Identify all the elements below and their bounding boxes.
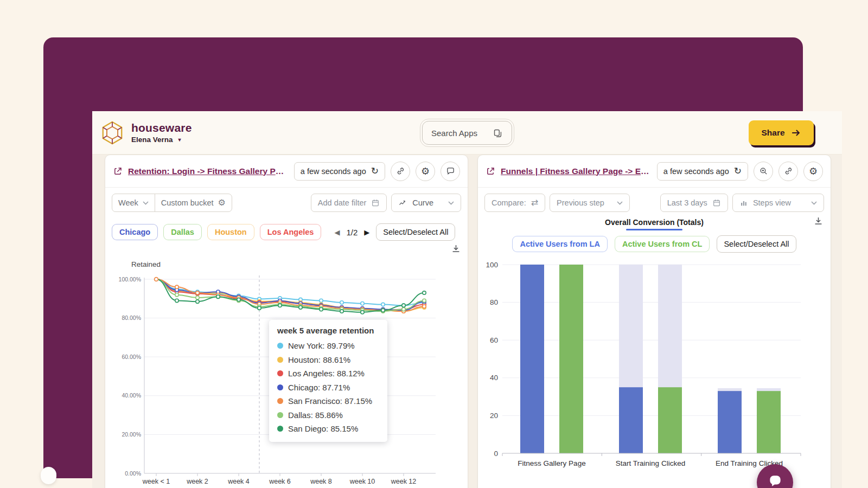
gear-icon: ⚙	[809, 166, 818, 176]
cohort-chips: ChicagoDallasHoustonLos Angeles	[112, 224, 321, 240]
user-name: Elena Verna	[131, 136, 173, 144]
updated-label: a few seconds ago	[663, 167, 729, 176]
retention-card: Retention: Login -> Fitness Gallery Page…	[105, 155, 468, 488]
retention-card-title[interactable]: Retention: Login -> Fitness Gallery Page…	[128, 166, 289, 176]
add-date-filter-button[interactable]: Add date filter	[311, 194, 387, 212]
view-label: Steps view	[753, 198, 791, 207]
refresh-icon: ↻	[734, 166, 742, 176]
cohort-chip-los-angeles[interactable]: Los Angeles	[260, 224, 322, 240]
next-page-button[interactable]: ▶	[363, 228, 371, 236]
tooltip-row-text: San Diego: 85.15%	[288, 424, 358, 433]
download-chart-button[interactable]	[451, 243, 461, 256]
custom-bucket-label: Custom bucket	[161, 198, 214, 207]
legend-chip-active-users-from-cl[interactable]: Active Users from CL	[615, 236, 710, 252]
calendar-icon	[371, 198, 380, 207]
svg-text:60: 60	[490, 336, 498, 344]
settings-button[interactable]: ⚙	[416, 162, 435, 181]
svg-text:0: 0	[494, 450, 498, 458]
download-icon	[451, 243, 461, 254]
funnel-card: Funnels | Fitness Gallery Page -> End Tr…	[477, 155, 831, 488]
refresh-status-button[interactable]: a few seconds ago ↻	[294, 162, 385, 181]
apps-shortcut-icon	[493, 128, 503, 138]
compare-button[interactable]: Compare: ⇄	[484, 194, 545, 212]
share-button[interactable]: Share	[749, 120, 814, 145]
zoom-in-button[interactable]	[754, 162, 773, 181]
funnel-chart[interactable]: 020406080100Fitness Gallery PageStart Tr…	[478, 261, 832, 476]
cohort-chips-row: ChicagoDallasHoustonLos Angeles ◀ 1/2 ▶ …	[105, 218, 468, 246]
previous-step-label: Previous step	[557, 198, 604, 207]
custom-bucket-button[interactable]: Custom bucket ⚙	[155, 194, 232, 211]
cohort-chip-dallas[interactable]: Dallas	[163, 224, 202, 240]
select-deselect-all-button[interactable]: Select/Deselect All	[376, 223, 455, 241]
caret-down-icon: ▾	[178, 137, 181, 143]
funnel-legend: Active Users from LAActive Users from CL	[512, 236, 710, 252]
select-deselect-all-button[interactable]: Select/Deselect All	[717, 235, 796, 253]
svg-text:80.00%: 80.00%	[122, 314, 141, 321]
svg-text:60.00%: 60.00%	[122, 354, 141, 360]
swap-icon: ⇄	[531, 198, 538, 207]
copy-link-button[interactable]	[778, 162, 798, 181]
page-indicator: 1/2	[346, 228, 358, 237]
link-icon	[396, 166, 405, 176]
refresh-status-button[interactable]: a few seconds ago ↻	[657, 162, 748, 181]
tooltip-row: Chicago: 87.71%	[277, 381, 379, 395]
funnel-controls: Compare: ⇄ Previous step Last 3 days	[478, 188, 831, 218]
granularity-select[interactable]: Week	[112, 194, 155, 211]
legend-chip-active-users-from-la[interactable]: Active Users from LA	[512, 236, 607, 252]
tooltip-row-text: Houston: 88.61%	[288, 355, 350, 364]
view-select[interactable]: Steps view	[732, 194, 824, 212]
settings-button[interactable]: ⚙	[803, 162, 823, 181]
copy-link-button[interactable]	[391, 162, 410, 181]
previous-step-select[interactable]: Previous step	[550, 194, 630, 212]
download-icon	[813, 216, 824, 226]
corner-widget[interactable]	[41, 467, 56, 484]
zoom-in-icon	[759, 166, 768, 176]
prev-page-button[interactable]: ◀	[333, 228, 341, 236]
retention-controls: Week Custom bucket ⚙ Add date filter	[105, 188, 468, 218]
external-link-icon[interactable]	[486, 166, 495, 176]
svg-text:40: 40	[490, 374, 498, 382]
chat-icon	[446, 166, 455, 176]
svg-text:20.00%: 20.00%	[122, 431, 141, 438]
funnel-card-header: Funnels | Fitness Gallery Page -> End Tr…	[478, 155, 831, 188]
cohort-chip-chicago[interactable]: Chicago	[112, 224, 158, 240]
svg-text:100.00%: 100.00%	[119, 276, 141, 282]
series-dot	[277, 412, 283, 418]
chevron-down-icon	[143, 201, 149, 205]
series-dot	[277, 426, 283, 432]
svg-text:week 6: week 6	[269, 478, 291, 485]
tooltip-row-text: New York: 89.79%	[288, 341, 355, 350]
cohort-chip-houston[interactable]: Houston	[207, 224, 254, 240]
download-chart-button[interactable]	[813, 216, 824, 228]
tooltip-title: week 5 average retention	[277, 326, 379, 335]
tooltip-row: Los Angeles: 88.12%	[277, 367, 379, 381]
external-link-icon[interactable]	[113, 166, 123, 176]
funnel-card-title[interactable]: Funnels | Fitness Gallery Page -> End Tr…	[501, 166, 652, 176]
funnel-legend-row: Active Users from LAActive Users from CL…	[478, 235, 831, 253]
date-range-button[interactable]: Last 3 days	[660, 194, 728, 212]
title-underline	[626, 229, 682, 230]
user-menu[interactable]: Elena Verna ▾	[131, 136, 192, 144]
updated-label: a few seconds ago	[301, 167, 366, 176]
curve-select[interactable]: Curve	[391, 194, 461, 212]
gear-icon: ⚙	[421, 166, 430, 176]
brand-block: houseware Elena Verna ▾	[100, 120, 192, 145]
tooltip-row: Dallas: 85.86%	[277, 408, 379, 422]
date-range-label: Last 3 days	[667, 198, 707, 207]
bucket-select-group: Week Custom bucket ⚙	[112, 194, 232, 212]
svg-text:Fitness Gallery Page: Fitness Gallery Page	[518, 459, 585, 467]
retention-tooltip: week 5 average retention New York: 89.79…	[269, 320, 387, 442]
app-window: houseware Elena Verna ▾ Search Apps	[43, 37, 803, 478]
brand-name: houseware	[131, 121, 192, 134]
svg-text:40.00%: 40.00%	[122, 392, 141, 399]
search-apps-button[interactable]: Search Apps	[420, 119, 514, 147]
gear-icon: ⚙	[218, 198, 226, 207]
comments-button[interactable]	[441, 162, 460, 181]
chevron-down-icon	[617, 201, 623, 205]
tooltip-row-text: San Francisco: 87.15%	[288, 396, 372, 406]
tooltip-row: San Diego: 85.15%	[277, 422, 379, 436]
y-axis-title: Retained	[131, 260, 161, 268]
tooltip-row-text: Dallas: 85.86%	[288, 410, 343, 420]
funnel-chart-title: Overall Conversion (Totals)	[478, 218, 831, 227]
houseware-logo	[100, 120, 125, 145]
